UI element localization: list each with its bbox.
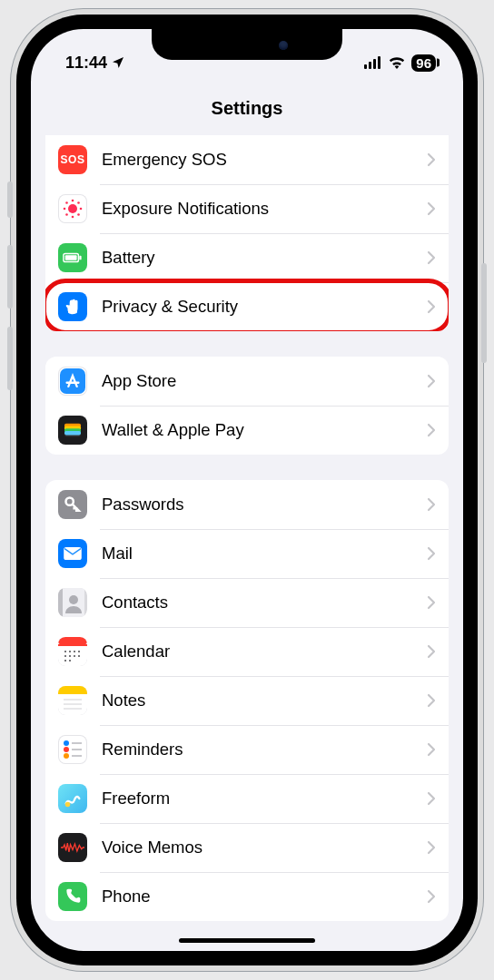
svg-rect-15 (79, 256, 81, 260)
svg-point-40 (78, 655, 80, 657)
settings-row-calendar[interactable]: Calendar (45, 627, 449, 676)
mute-switch (7, 181, 13, 218)
chevron-right-icon (427, 152, 436, 167)
settings-row-phone[interactable]: Phone (45, 872, 449, 921)
settings-row-wallet-apple-pay[interactable]: Wallet & Apple Pay (45, 406, 449, 455)
settings-row-battery[interactable]: Battery (45, 233, 449, 282)
settings-group: App StoreWallet & Apple Pay (45, 357, 449, 455)
side-button (481, 263, 487, 363)
row-label: Wallet & Apple Pay (102, 420, 412, 440)
freeform-icon (58, 784, 87, 813)
svg-rect-25 (64, 547, 82, 560)
settings-list[interactable]: SOSEmergency SOSExposure NotificationsBa… (31, 130, 463, 950)
svg-rect-32 (58, 644, 87, 646)
row-label: Mail (102, 544, 412, 564)
chevron-right-icon (427, 423, 436, 437)
chevron-right-icon (427, 693, 436, 708)
row-label: Battery (102, 248, 412, 268)
home-indicator[interactable] (179, 938, 315, 943)
settings-row-freeform[interactable]: Freeform (45, 774, 449, 823)
mail-icon (58, 539, 87, 568)
row-label: App Store (102, 371, 412, 391)
battery-indicator: 96 (411, 54, 436, 72)
svg-rect-29 (58, 588, 63, 617)
row-label: Privacy & Security (102, 297, 412, 317)
voice-icon (58, 833, 87, 862)
settings-row-mail[interactable]: Mail (45, 529, 449, 578)
svg-point-8 (80, 208, 83, 211)
svg-point-34 (69, 651, 71, 652)
svg-rect-23 (64, 431, 81, 436)
page-title: Settings (31, 80, 463, 130)
exposure-icon (58, 194, 87, 223)
settings-group: SOSEmergency SOSExposure NotificationsBa… (45, 135, 449, 331)
settings-row-passwords[interactable]: Passwords (45, 480, 449, 529)
svg-point-4 (68, 204, 77, 213)
settings-group: PasswordsMailContactsCalendarNotesRemind… (45, 480, 449, 921)
svg-point-6 (72, 216, 74, 219)
settings-row-app-store[interactable]: App Store (45, 357, 449, 406)
row-label: Voice Memos (102, 838, 412, 858)
passwords-icon (58, 490, 87, 519)
chevron-right-icon (427, 201, 436, 216)
chevron-right-icon (427, 840, 436, 855)
wallet-icon (58, 416, 87, 445)
svg-point-39 (74, 655, 75, 657)
settings-row-emergency-sos[interactable]: SOSEmergency SOS (45, 135, 449, 184)
notch (152, 29, 342, 60)
svg-rect-44 (58, 686, 87, 694)
row-label: Phone (102, 887, 412, 906)
volume-up-button (7, 245, 13, 309)
svg-point-9 (65, 201, 68, 204)
phone-icon (58, 882, 87, 911)
svg-point-37 (64, 655, 66, 657)
svg-point-38 (69, 655, 71, 657)
svg-point-7 (64, 208, 66, 211)
row-label: Freeform (102, 789, 412, 808)
contacts-icon (58, 588, 87, 617)
settings-row-voice-memos[interactable]: Voice Memos (45, 823, 449, 872)
row-label: Notes (102, 691, 412, 710)
svg-point-28 (69, 595, 78, 604)
row-label: Exposure Notifications (102, 199, 412, 219)
svg-point-35 (74, 651, 75, 652)
svg-point-10 (77, 201, 80, 204)
chevron-right-icon (427, 299, 436, 314)
settings-row-privacy-security[interactable]: handPrivacy & Security (45, 282, 449, 331)
svg-point-33 (64, 651, 66, 652)
screen: 11:44 96 Settings (31, 29, 463, 951)
svg-rect-3 (378, 56, 380, 69)
row-label: Contacts (102, 593, 412, 612)
svg-point-49 (64, 747, 69, 752)
svg-rect-18 (60, 368, 85, 394)
battery-icon (58, 243, 87, 272)
svg-rect-2 (373, 59, 376, 69)
cellular-signal-icon (364, 56, 382, 69)
svg-point-48 (64, 740, 69, 746)
settings-row-exposure-notifications[interactable]: Exposure Notifications (45, 184, 449, 233)
appstore-icon (58, 367, 87, 396)
status-time: 11:44 (65, 54, 107, 73)
svg-rect-1 (369, 62, 371, 69)
svg-rect-14 (65, 255, 77, 260)
volume-down-button (7, 327, 13, 390)
chevron-right-icon (427, 250, 436, 265)
row-label: Emergency SOS (102, 150, 412, 170)
settings-row-contacts[interactable]: Contacts (45, 578, 449, 627)
chevron-right-icon (427, 595, 436, 610)
reminders-icon (58, 735, 87, 764)
sos-icon: SOS (58, 145, 87, 174)
device-frame: 11:44 96 Settings (11, 9, 483, 971)
settings-row-notes[interactable]: Notes (45, 676, 449, 725)
wifi-icon (388, 56, 406, 69)
svg-point-54 (65, 802, 71, 808)
svg-point-36 (78, 651, 80, 652)
svg-point-5 (72, 200, 74, 202)
chevron-right-icon (427, 889, 436, 904)
chevron-right-icon (427, 742, 436, 757)
chevron-right-icon (427, 546, 436, 561)
chevron-right-icon (427, 497, 436, 512)
row-label: Passwords (102, 495, 412, 514)
row-label: Calendar (102, 642, 412, 662)
settings-row-reminders[interactable]: Reminders (45, 725, 449, 774)
